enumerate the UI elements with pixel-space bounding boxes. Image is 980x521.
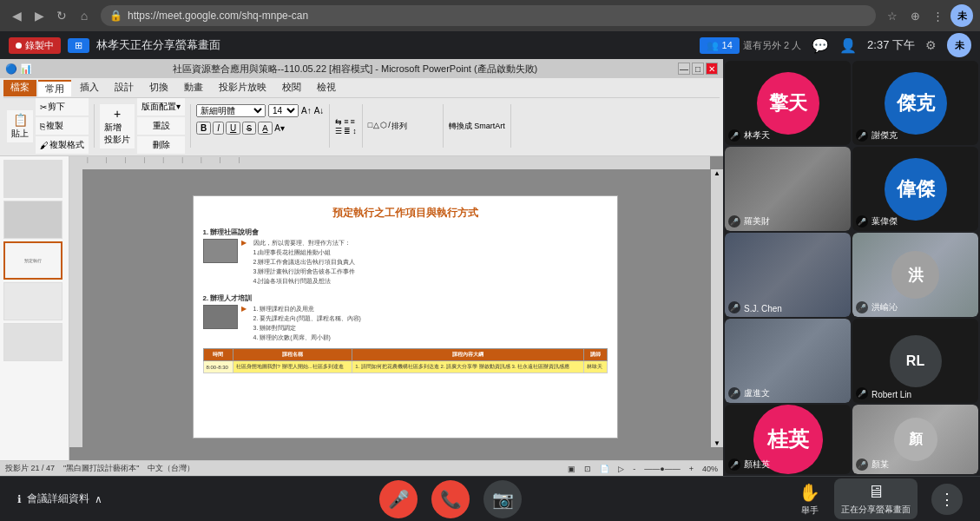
- zoom-out-button[interactable]: -: [633, 465, 635, 473]
- new-slide-button[interactable]: +新增投影片: [100, 104, 135, 148]
- text-direction-button[interactable]: ⇆: [335, 117, 342, 126]
- tab-view[interactable]: 檢視: [310, 80, 343, 96]
- format-painter-button[interactable]: 🖌複製格式: [36, 136, 89, 154]
- text-align-button[interactable]: ≣: [344, 127, 351, 135]
- participant-tile-jingtian[interactable]: 擎天 🎤 林孝天: [725, 61, 851, 145]
- increase-font-icon[interactable]: A↑: [301, 106, 312, 115]
- user-avatar[interactable]: 未: [947, 33, 971, 57]
- columns-button[interactable]: ☰: [335, 127, 342, 135]
- font-size-select[interactable]: 14: [268, 104, 299, 117]
- forward-button[interactable]: ▶: [30, 6, 49, 25]
- gear-icon[interactable]: ⚙: [925, 38, 937, 52]
- participant-tile-sjchen[interactable]: 🎤 S.J. Chen: [725, 233, 851, 317]
- shape-icon-3[interactable]: ⬡: [380, 121, 387, 132]
- tab-design[interactable]: 設計: [108, 80, 141, 96]
- address-bar[interactable]: 🔒 https://meet.google.com/shq-mnpe-can: [101, 5, 876, 26]
- smartart-button[interactable]: 轉換成 SmartArt: [449, 121, 505, 132]
- people-icon[interactable]: 👤: [839, 37, 857, 54]
- delete-button[interactable]: 刪除: [137, 136, 185, 154]
- participant-tile-luomeicai[interactable]: 🎤 羅美財: [725, 147, 851, 231]
- participant-tile-weijie[interactable]: 偉傑 🎤 葉偉傑: [852, 147, 978, 231]
- hangup-button[interactable]: 📞: [431, 480, 470, 518]
- more-options-button[interactable]: ⋮: [931, 484, 963, 515]
- participant-tile-hongruishan[interactable]: 洪 🎤 洪崳沁: [852, 233, 978, 317]
- shape-icon-2[interactable]: △: [373, 121, 379, 132]
- spacing-button[interactable]: ↕: [352, 127, 357, 135]
- reload-button[interactable]: ↻: [52, 6, 71, 25]
- font-color-button[interactable]: A▾: [274, 123, 285, 133]
- view-normal-icon[interactable]: ▣: [568, 465, 576, 473]
- participant-tile-guiying[interactable]: 桂英 🎤 顏桂英: [725, 405, 851, 474]
- close-button[interactable]: ✕: [706, 63, 718, 75]
- main-slide-area[interactable]: ||||||||| 預定執行之工作項目與執行方式 1. 辦理社區說明會: [69, 156, 723, 460]
- layout-button[interactable]: 版面配置▾: [137, 98, 185, 115]
- tab-animations[interactable]: 動畫: [177, 80, 210, 96]
- extension-icon[interactable]: ⊕: [905, 6, 924, 25]
- scrollbar-right[interactable]: ▲ ▼: [711, 169, 723, 447]
- window-controls: — □ ✕: [678, 63, 718, 75]
- settings-icon[interactable]: ⋮: [928, 6, 947, 25]
- ppt-titlebar: 🔵 📊 社區資源整合應用與策略--110.05.22 [相容模式] - Micr…: [0, 59, 723, 78]
- chat-icon[interactable]: 💬: [812, 37, 829, 54]
- bookmark-icon[interactable]: ☆: [883, 6, 902, 25]
- cut-button[interactable]: ✂剪下: [36, 98, 89, 115]
- tab-transitions[interactable]: 切換: [142, 80, 175, 96]
- tab-insert[interactable]: 插入: [73, 80, 106, 96]
- slide-thumb-22[interactable]: 22: [3, 282, 62, 320]
- mic-icon-hongruishan: 🎤: [856, 301, 868, 313]
- shape-icon[interactable]: □: [368, 121, 372, 132]
- tab-home[interactable]: 常用: [38, 80, 71, 96]
- view-slide-icon[interactable]: ⊡: [584, 465, 591, 473]
- mute-button[interactable]: 🎤: [379, 480, 418, 518]
- align-left-button[interactable]: ≡: [344, 117, 348, 126]
- raise-hand-icon: ✋: [799, 482, 820, 503]
- horizontal-ruler: |||||||||: [69, 156, 710, 169]
- view-slideshow-icon[interactable]: ▷: [618, 465, 624, 473]
- camera-button[interactable]: 📷: [483, 480, 522, 518]
- arrange-button[interactable]: 排列: [391, 121, 407, 132]
- paste-button[interactable]: 📋貼上: [7, 110, 33, 142]
- home-button[interactable]: ⌂: [75, 6, 94, 25]
- raise-hand-control[interactable]: ✋ 舉手: [799, 482, 820, 517]
- participants-badge[interactable]: 👥 14: [700, 37, 740, 54]
- zoom-in-button[interactable]: +: [689, 465, 694, 473]
- scroll-down-button[interactable]: ▼: [714, 439, 720, 447]
- slide-thumb-21[interactable]: 21 預定執行: [3, 241, 62, 280]
- bold-button[interactable]: B: [196, 122, 211, 135]
- participant-tile-yanmo[interactable]: 顏 🎤 顏某: [852, 405, 978, 474]
- line-icon[interactable]: /: [388, 121, 391, 132]
- strikethrough-button[interactable]: S̶: [242, 122, 256, 135]
- scroll-up-button[interactable]: ▲: [714, 169, 720, 177]
- back-button[interactable]: ◀: [7, 6, 26, 25]
- ppt-body: 19 20 21 預定執行 22: [0, 156, 723, 460]
- reset-button[interactable]: 重設: [137, 117, 185, 135]
- tab-review[interactable]: 校閱: [275, 80, 308, 96]
- presenting-label: 正在分享螢幕畫面: [841, 504, 911, 516]
- tab-slideshow[interactable]: 投影片放映: [212, 80, 273, 96]
- maximize-button[interactable]: □: [692, 63, 704, 75]
- participant-tile-robertlin[interactable]: RL 🎤 Robert Lin: [852, 319, 978, 403]
- ppt-title: 社區資源整合應用與策略--110.05.22 [相容模式] - Microsof…: [36, 63, 674, 76]
- ppt-window: 🔵 📊 社區資源整合應用與策略--110.05.22 [相容模式] - Micr…: [0, 59, 723, 476]
- font-family-select[interactable]: 新細明體: [196, 104, 266, 117]
- participant-tile-jieke[interactable]: 傑克 🎤 謝傑克: [852, 61, 978, 145]
- align-center-button[interactable]: ≡: [351, 117, 355, 126]
- profile-button[interactable]: 未: [950, 4, 973, 27]
- view-reading-icon[interactable]: 📄: [600, 465, 609, 473]
- shadow-button[interactable]: A̲: [258, 122, 273, 135]
- minimize-button[interactable]: —: [678, 63, 690, 75]
- presenting-control[interactable]: 🖥 正在分享螢幕畫面: [834, 478, 918, 519]
- participant-tile-lujinwen[interactable]: 🎤 盧進文: [725, 319, 851, 403]
- underline-button[interactable]: U: [226, 122, 240, 135]
- name-yanmo: 顏某: [871, 458, 889, 471]
- meeting-info[interactable]: ℹ 會議詳細資料 ∧: [17, 491, 102, 506]
- tab-file[interactable]: 檔案: [3, 80, 36, 96]
- slide-canvas[interactable]: 預定執行之工作項目與執行方式 1. 辦理社區說明會: [193, 195, 618, 439]
- zoom-slider[interactable]: ——●——: [644, 465, 680, 473]
- slide-thumb-20[interactable]: 20: [3, 201, 62, 239]
- italic-button[interactable]: I: [213, 122, 224, 135]
- slide-thumb-19[interactable]: 19: [3, 160, 62, 198]
- slide-thumb-23[interactable]: 23: [3, 323, 62, 361]
- decrease-font-icon[interactable]: A↓: [314, 106, 325, 115]
- copy-button[interactable]: ⎘複製: [36, 117, 89, 135]
